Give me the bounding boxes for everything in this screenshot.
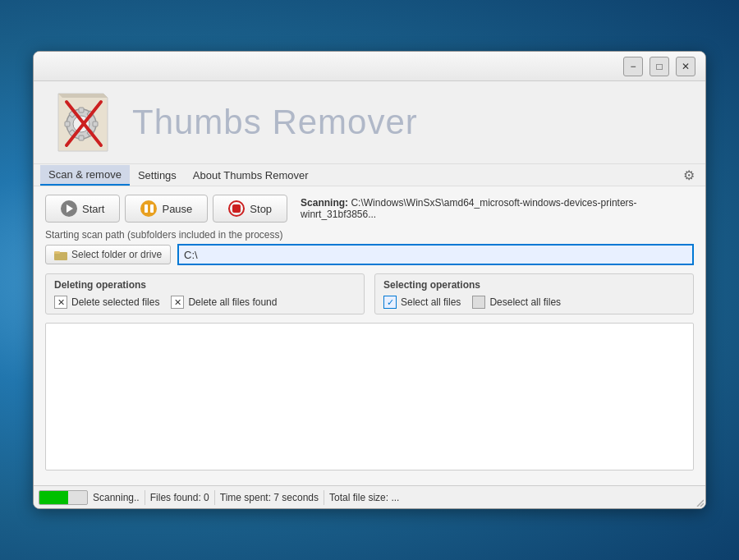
file-list [45, 323, 694, 470]
status-bar: Scanning.. Files found: 0 Time spent: 7 … [34, 485, 705, 508]
gear-icon[interactable]: ⚙ [679, 165, 699, 185]
delete-selected-item[interactable]: ✕ Delete selected files [54, 296, 159, 309]
app-logo [50, 90, 116, 155]
menu-settings[interactable]: Settings [130, 166, 185, 185]
status-time-spent: Time spent: 7 seconds [220, 492, 319, 503]
svg-rect-7 [93, 122, 98, 126]
progress-bar [39, 490, 88, 505]
stop-icon [228, 200, 245, 217]
delete-all-item[interactable]: ✕ Delete all files found [171, 296, 277, 309]
status-scanning: Scanning.. [93, 492, 140, 503]
path-input[interactable] [177, 244, 694, 265]
pause-icon [140, 200, 157, 217]
pause-label: Pause [162, 203, 192, 215]
start-icon [61, 200, 77, 217]
scan-path-section: Starting scan path (subfolders included … [45, 229, 694, 265]
select-all-item[interactable]: ✓ Select all files [383, 296, 461, 309]
svg-line-17 [700, 503, 704, 507]
stop-button[interactable]: Stop [213, 195, 287, 223]
deselect-all-checkbox[interactable] [472, 296, 485, 309]
svg-rect-5 [79, 135, 84, 140]
close-button[interactable]: ✕ [676, 57, 695, 76]
delete-selected-checkbox[interactable]: ✕ [54, 296, 67, 309]
scanning-label: Scanning: [301, 197, 348, 209]
select-folder-button[interactable]: Select folder or drive [45, 245, 171, 264]
delete-all-checkbox[interactable]: ✕ [171, 296, 184, 309]
deselect-all-label: Deselect all files [489, 296, 561, 308]
delete-selected-label: Delete selected files [71, 296, 159, 308]
status-divider-1 [145, 490, 145, 505]
svg-rect-4 [79, 108, 84, 112]
deleting-operations-items: ✕ Delete selected files ✕ Delete all fil… [54, 296, 356, 309]
menu-about[interactable]: About Thumbs Remover [185, 166, 317, 185]
title-bar: − □ ✕ [34, 52, 705, 81]
status-divider-2 [214, 490, 215, 505]
svg-marker-1 [58, 94, 108, 98]
minimize-button[interactable]: − [623, 57, 643, 76]
status-divider-3 [324, 490, 324, 505]
menu-bar: Scan & remove Settings About Thumbs Remo… [34, 163, 705, 186]
start-button[interactable]: Start [45, 195, 120, 223]
scan-path-label: Starting scan path (subfolders included … [45, 229, 694, 241]
controls-row: Start Pause Stop Scanning: C:\Windows\Wi… [45, 195, 694, 223]
folder-icon [54, 249, 67, 260]
scan-path-input-row: Select folder or drive [45, 244, 694, 265]
select-all-label: Select all files [401, 296, 461, 308]
pause-button[interactable]: Pause [125, 195, 208, 223]
folder-btn-label: Select folder or drive [71, 249, 162, 260]
start-label: Start [82, 203, 104, 215]
content-area: Start Pause Stop Scanning: C:\Windows\Wi… [34, 186, 705, 485]
deleting-operations-title: Deleting operations [54, 279, 356, 291]
status-total-size: Total file size: ... [329, 492, 399, 503]
status-bar-wrapper: Scanning.. Files found: 0 Time spent: 7 … [34, 485, 705, 508]
svg-line-16 [697, 500, 704, 507]
svg-rect-6 [65, 122, 70, 126]
scanning-path: C:\Windows\WinSxS\amd64_microsoft-window… [301, 197, 636, 220]
selecting-operations-items: ✓ Select all files Deselect all files [383, 296, 685, 309]
resize-handle[interactable] [694, 497, 704, 507]
progress-fill [39, 491, 68, 504]
maximize-button[interactable]: □ [649, 57, 669, 76]
status-files-found: Files found: 0 [150, 492, 209, 503]
operations-row: Deleting operations ✕ Delete selected fi… [45, 273, 694, 314]
deselect-all-item[interactable]: Deselect all files [472, 296, 561, 309]
selecting-operations-group: Selecting operations ✓ Select all files … [374, 273, 694, 314]
selecting-operations-title: Selecting operations [383, 279, 685, 291]
logo-svg [50, 90, 116, 155]
svg-rect-15 [54, 251, 60, 254]
delete-all-label: Delete all files found [188, 296, 277, 308]
menu-scan-remove[interactable]: Scan & remove [40, 165, 130, 186]
scanning-info: Scanning: C:\Windows\WinSxS\amd64_micros… [292, 197, 694, 220]
select-all-checkbox[interactable]: ✓ [383, 296, 397, 309]
stop-label: Stop [250, 203, 272, 215]
main-window: − □ ✕ [33, 51, 706, 509]
deleting-operations-group: Deleting operations ✕ Delete selected fi… [45, 273, 365, 314]
app-title: Thumbs Remover [132, 103, 418, 142]
app-header: Thumbs Remover [34, 81, 705, 163]
